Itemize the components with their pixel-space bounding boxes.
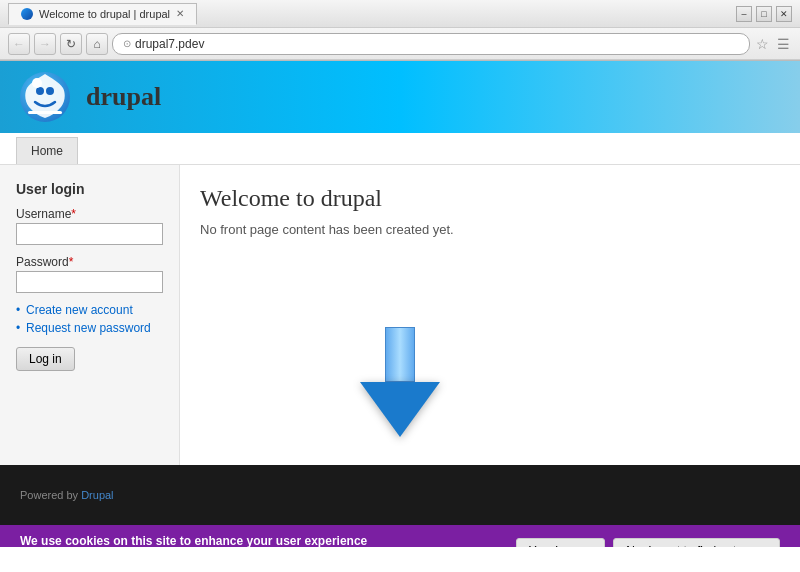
address-bar[interactable]: ⊙ drupal7.pdev [112, 33, 750, 55]
arrow-head [360, 382, 440, 437]
address-text: drupal7.pdev [135, 37, 204, 51]
cookie-bar: We use cookies on this site to enhance y… [0, 525, 800, 547]
arrow-overlay [360, 327, 440, 437]
browser-tab[interactable]: Welcome to drupal | drupal ✕ [8, 3, 197, 25]
forward-button[interactable]: → [34, 33, 56, 55]
nav-right: ☆ ☰ [754, 34, 792, 54]
login-button[interactable]: Log in [16, 347, 75, 371]
sidebar-title: User login [16, 181, 163, 197]
find-out-more-button[interactable]: No, I want to find out more [613, 538, 780, 547]
tab-close-icon[interactable]: ✕ [176, 8, 184, 19]
drupal-logo-icon [20, 72, 70, 122]
page-title: Welcome to drupal [200, 185, 780, 212]
home-tab[interactable]: Home [16, 137, 78, 164]
close-button[interactable]: ✕ [776, 6, 792, 22]
password-input[interactable] [16, 271, 163, 293]
address-lock-icon: ⊙ [123, 38, 131, 49]
agree-button[interactable]: Yes, I agree [516, 538, 606, 547]
menu-icon[interactable]: ☰ [775, 34, 792, 54]
sidebar-links: Create new account Request new password [16, 303, 163, 335]
minimize-button[interactable]: – [736, 6, 752, 22]
tab-bar: Welcome to drupal | drupal ✕ [8, 3, 197, 25]
nav-bar: ← → ↻ ⌂ ⊙ drupal7.pdev ☆ ☰ [0, 28, 800, 60]
request-password-link[interactable]: Request new password [16, 321, 163, 335]
site-name: drupal [86, 82, 161, 112]
drupal-footer-dark: Powered by Drupal [0, 465, 800, 525]
big-arrow-icon [360, 327, 440, 437]
password-label: Password* [16, 255, 163, 269]
svg-point-1 [46, 87, 54, 95]
tab-title: Welcome to drupal | drupal [39, 8, 170, 20]
home-button[interactable]: ⌂ [86, 33, 108, 55]
cookie-text: We use cookies on this site to enhance y… [20, 532, 453, 547]
drupal-nav: Home [0, 133, 800, 165]
maximize-button[interactable]: □ [756, 6, 772, 22]
cookie-headline: We use cookies on this site to enhance y… [20, 534, 367, 547]
password-required: * [69, 255, 74, 269]
reload-button[interactable]: ↻ [60, 33, 82, 55]
drupal-content: Welcome to drupal No front page content … [180, 165, 800, 465]
bookmark-icon[interactable]: ☆ [754, 34, 771, 54]
window-controls: – □ ✕ [736, 6, 792, 22]
svg-point-0 [36, 87, 44, 95]
username-input[interactable] [16, 223, 163, 245]
username-label: Username* [16, 207, 163, 221]
arrow-stem [385, 327, 415, 382]
page-wrapper: drupal Home User login Username* Passwor… [0, 61, 800, 547]
browser-chrome: Welcome to drupal | drupal ✕ – □ ✕ ← → ↻… [0, 0, 800, 61]
username-required: * [71, 207, 76, 221]
powered-by: Powered by Drupal [20, 489, 114, 501]
drupal-sidebar: User login Username* Password* Create ne… [0, 165, 180, 465]
drupal-header: drupal [0, 61, 800, 133]
cookie-buttons: Yes, I agree No, I want to find out more [516, 538, 780, 547]
create-account-link[interactable]: Create new account [16, 303, 163, 317]
drupal-link[interactable]: Drupal [81, 489, 113, 501]
page-body: No front page content has been created y… [200, 222, 780, 237]
title-bar: Welcome to drupal | drupal ✕ – □ ✕ [0, 0, 800, 28]
back-button[interactable]: ← [8, 33, 30, 55]
tab-favicon-icon [21, 8, 33, 20]
